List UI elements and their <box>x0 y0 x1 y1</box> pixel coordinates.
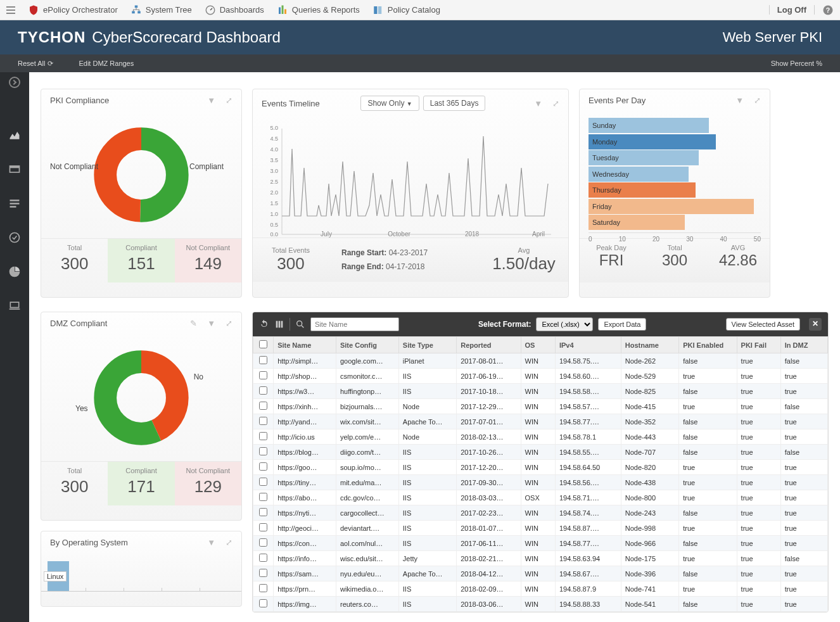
select-all[interactable] <box>259 340 267 348</box>
row-checkbox[interactable] <box>259 462 267 471</box>
row-checkbox[interactable] <box>259 493 267 501</box>
card-title: Events Timeline <box>262 99 320 108</box>
table-row[interactable]: http://yand…wix.com/sit…Apache To…2017-0… <box>253 414 828 429</box>
row-checkbox[interactable] <box>259 356 267 364</box>
col-header[interactable]: In DMZ <box>780 337 827 353</box>
search-icon[interactable] <box>295 319 305 329</box>
show-percent[interactable]: Show Percent % <box>771 60 822 67</box>
table-row[interactable]: http://icio.usyelp.com/e…Node2018-02-13…… <box>253 429 828 445</box>
cell: true <box>780 505 827 521</box>
export-button[interactable]: Export Data <box>598 318 646 331</box>
table-row[interactable]: https://sam…nyu.edu/eu…Apache To…2018-04… <box>253 566 828 581</box>
table-row[interactable]: https://abo…cdc.gov/co…IIS2018-03-03…OSX… <box>253 490 828 505</box>
table-row[interactable]: https://tiny…mit.edu/ma…IIS2017-09-30…WI… <box>253 475 828 490</box>
col-header[interactable]: Site Name <box>274 337 336 353</box>
nav-dashboards[interactable]: Dashboards <box>205 4 264 16</box>
row-checkbox[interactable] <box>259 599 267 607</box>
os-chart[interactable]: Linux <box>41 554 241 592</box>
col-header[interactable]: Site Config <box>336 337 398 353</box>
expand-icon[interactable] <box>9 77 20 88</box>
pki-donut[interactable] <box>94 127 189 222</box>
card-icon[interactable] <box>8 163 21 175</box>
day-bar[interactable]: Saturday <box>589 215 685 230</box>
row-checkbox[interactable] <box>259 569 267 577</box>
table-row[interactable]: https://prn…wikimedia.o…IIS2018-02-09…WI… <box>253 581 828 597</box>
day-bar[interactable]: Thursday <box>589 182 696 198</box>
day-bar[interactable]: Monday <box>589 134 716 149</box>
col-header[interactable]: IPv4 <box>555 337 621 353</box>
day-bar[interactable]: Friday <box>589 199 754 214</box>
laptop-icon[interactable] <box>8 300 21 312</box>
show-only-button[interactable]: Show Only ▼ <box>360 96 419 111</box>
expand-icon[interactable]: ⤢ <box>226 96 232 105</box>
timeline-chart[interactable]: 5.04.54.03.53.02.52.01.51.00.50.0 JulyOc… <box>253 117 568 238</box>
row-checkbox[interactable] <box>259 371 267 379</box>
table-row[interactable]: https://goo…soup.io/mo…IIS2017-12-20…WIN… <box>253 460 828 475</box>
day-bar[interactable]: Wednesday <box>589 167 689 182</box>
row-checkbox[interactable] <box>259 447 267 455</box>
row-checkbox[interactable] <box>259 478 267 486</box>
help-icon[interactable]: ? <box>822 4 834 16</box>
filter-icon[interactable]: ▼ <box>735 96 744 105</box>
col-header[interactable]: Site Type <box>398 337 456 353</box>
pie-icon[interactable] <box>8 265 21 278</box>
nav-systree[interactable]: System Tree <box>130 4 192 16</box>
filter-icon[interactable]: ▼ <box>207 96 215 105</box>
expand-icon[interactable]: ⤢ <box>754 96 761 105</box>
dmz-donut[interactable] <box>94 350 189 445</box>
expand-icon[interactable]: ⤢ <box>226 319 232 328</box>
filter-icon[interactable]: ▼ <box>207 319 215 328</box>
edit-icon[interactable]: ✎ <box>190 319 197 328</box>
range-button[interactable]: Last 365 Days <box>423 96 486 111</box>
table-row[interactable]: https://info…wisc.edu/sit…Jetty2018-02-2… <box>253 551 828 566</box>
view-asset-button[interactable]: View Selected Asset <box>726 318 800 331</box>
col-header[interactable]: PKI Fail <box>737 337 780 353</box>
nav-policy[interactable]: Policy Catalog <box>372 4 440 16</box>
logoff-link[interactable]: Log Off <box>769 5 815 15</box>
row-checkbox[interactable] <box>259 584 267 592</box>
nav-epo[interactable]: ePolicy Orchestrator <box>28 4 118 16</box>
columns-icon[interactable] <box>274 319 284 329</box>
row-checkbox[interactable] <box>259 417 267 425</box>
table-row[interactable]: https://img…reuters.co…IIS2018-03-06…WIN… <box>253 597 828 612</box>
nav-queries[interactable]: Queries & Reports <box>277 4 360 16</box>
table-row[interactable]: https://con…aol.com/nul…IIS2017-06-11…WI… <box>253 536 828 551</box>
close-icon[interactable]: ✕ <box>809 318 822 331</box>
col-header[interactable]: Reported <box>457 337 521 353</box>
table-row[interactable]: https://nyti…cargocollect…IIS2017-02-23…… <box>253 505 828 521</box>
expand-icon[interactable]: ⤢ <box>552 99 559 108</box>
row-checkbox[interactable] <box>259 538 267 547</box>
row-checkbox[interactable] <box>259 554 267 562</box>
row-checkbox[interactable] <box>259 402 267 410</box>
filter-icon[interactable]: ▼ <box>207 538 215 547</box>
edit-dmz[interactable]: Edit DMZ Ranges <box>79 60 134 67</box>
chart-area-icon[interactable] <box>8 129 21 141</box>
reload-icon[interactable] <box>259 319 269 329</box>
search-input[interactable] <box>310 317 399 331</box>
table-row[interactable]: http://geoci…deviantart.…IIS2018-01-07…W… <box>253 521 828 536</box>
row-checkbox[interactable] <box>259 432 267 440</box>
svg-rect-40 <box>281 321 283 328</box>
table-row[interactable]: https://blog…diigo.com/t…IIS2017-10-26…W… <box>253 445 828 460</box>
row-checkbox[interactable] <box>259 523 267 531</box>
col-header[interactable]: OS <box>521 337 555 353</box>
day-bar[interactable]: Tuesday <box>589 150 699 165</box>
cell: true <box>679 521 737 536</box>
reset-all[interactable]: Reset All ⟳ <box>18 60 53 68</box>
row-checkbox[interactable] <box>259 508 267 516</box>
table-row[interactable]: http://shop…csmonitor.c…IIS2017-06-19…WI… <box>253 369 828 384</box>
filter-icon[interactable]: ▼ <box>534 99 542 108</box>
list-icon[interactable] <box>8 197 21 210</box>
table-row[interactable]: https://xinh…bizjournals.…Node2017-12-29… <box>253 399 828 414</box>
row-checkbox[interactable] <box>259 386 267 395</box>
day-bar[interactable]: Sunday <box>589 118 709 133</box>
menu-icon[interactable] <box>6 6 15 14</box>
events-bars[interactable]: SundayMondayTuesdayWednesdayThursdayFrid… <box>580 111 770 238</box>
expand-icon[interactable]: ⤢ <box>226 538 232 547</box>
check-circle-icon[interactable] <box>8 231 21 244</box>
col-header[interactable]: PKI Enabled <box>679 337 737 353</box>
format-select[interactable]: Excel (.xlsx) <box>536 317 593 331</box>
table-row[interactable]: http://simpl…google.com…iPlanet2017-08-0… <box>253 353 828 369</box>
table-row[interactable]: https://w3…huffingtonp…IIS2017-10-18…WIN… <box>253 384 828 399</box>
col-header[interactable]: Hostname <box>621 337 678 353</box>
